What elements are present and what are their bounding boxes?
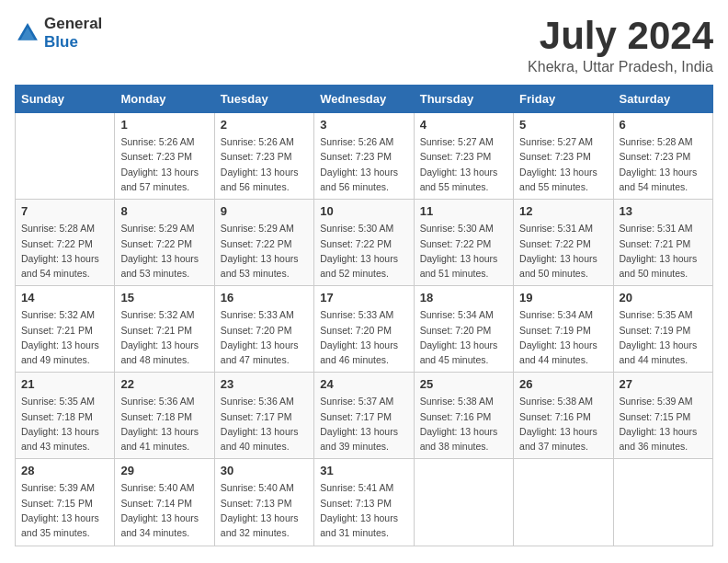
cell-detail: Sunrise: 5:28 AM Sunset: 7:22 PM Dayligh… [21,221,108,281]
calendar-cell: 16Sunrise: 5:33 AM Sunset: 7:20 PM Dayli… [214,286,313,373]
calendar-cell: 4Sunrise: 5:27 AM Sunset: 7:23 PM Daylig… [414,113,513,200]
calendar-cell: 30Sunrise: 5:40 AM Sunset: 7:13 PM Dayli… [214,459,313,546]
cell-detail: Sunrise: 5:37 AM Sunset: 7:17 PM Dayligh… [320,394,407,454]
cell-detail: Sunrise: 5:35 AM Sunset: 7:19 PM Dayligh… [620,307,707,367]
cell-detail: Sunrise: 5:26 AM Sunset: 7:23 PM Dayligh… [320,134,407,194]
logo: General Blue [15,15,102,52]
header: General Blue July 2024 Khekra, Uttar Pra… [15,15,713,75]
day-number: 24 [320,377,407,391]
calendar-table: SundayMondayTuesdayWednesdayThursdayFrid… [15,85,713,546]
calendar-cell: 17Sunrise: 5:33 AM Sunset: 7:20 PM Dayli… [314,286,414,373]
cell-detail: Sunrise: 5:31 AM Sunset: 7:21 PM Dayligh… [620,221,707,281]
weekday-header-tuesday: Tuesday [214,86,313,113]
calendar-cell: 29Sunrise: 5:40 AM Sunset: 7:14 PM Dayli… [115,459,214,546]
weekday-header-sunday: Sunday [16,86,115,113]
day-number: 3 [320,118,407,132]
calendar-cell: 15Sunrise: 5:32 AM Sunset: 7:21 PM Dayli… [115,286,214,373]
day-number: 29 [120,464,208,477]
cell-detail: Sunrise: 5:32 AM Sunset: 7:21 PM Dayligh… [120,307,208,367]
cell-detail: Sunrise: 5:38 AM Sunset: 7:16 PM Dayligh… [420,394,507,454]
day-number: 15 [120,291,208,304]
cell-detail: Sunrise: 5:29 AM Sunset: 7:22 PM Dayligh… [221,221,308,281]
day-number: 10 [320,204,407,218]
day-number: 20 [620,291,707,304]
calendar-cell: 2Sunrise: 5:26 AM Sunset: 7:23 PM Daylig… [214,113,313,200]
cell-detail: Sunrise: 5:27 AM Sunset: 7:23 PM Dayligh… [519,134,607,194]
calendar-cell [514,459,613,546]
calendar-cell: 8Sunrise: 5:29 AM Sunset: 7:22 PM Daylig… [115,200,214,286]
day-number: 16 [221,291,308,304]
calendar-cell [613,459,712,546]
cell-detail: Sunrise: 5:26 AM Sunset: 7:23 PM Dayligh… [221,134,308,194]
day-number: 9 [221,204,308,218]
weekday-header-saturday: Saturday [613,86,712,113]
cell-detail: Sunrise: 5:33 AM Sunset: 7:20 PM Dayligh… [221,307,308,367]
calendar-cell: 25Sunrise: 5:38 AM Sunset: 7:16 PM Dayli… [414,373,513,459]
calendar-cell: 13Sunrise: 5:31 AM Sunset: 7:21 PM Dayli… [613,200,712,286]
cell-detail: Sunrise: 5:30 AM Sunset: 7:22 PM Dayligh… [420,221,507,281]
cell-detail: Sunrise: 5:40 AM Sunset: 7:13 PM Dayligh… [221,480,308,540]
weekday-header-monday: Monday [115,86,214,113]
calendar-cell: 24Sunrise: 5:37 AM Sunset: 7:17 PM Dayli… [314,373,414,459]
cell-detail: Sunrise: 5:33 AM Sunset: 7:20 PM Dayligh… [320,307,407,367]
cell-detail: Sunrise: 5:41 AM Sunset: 7:13 PM Dayligh… [320,480,407,540]
weekday-header-thursday: Thursday [414,86,513,113]
main-title: July 2024 [528,15,713,57]
cell-detail: Sunrise: 5:29 AM Sunset: 7:22 PM Dayligh… [120,221,208,281]
day-number: 22 [120,377,208,391]
title-section: July 2024 Khekra, Uttar Pradesh, India [528,15,713,75]
cell-detail: Sunrise: 5:31 AM Sunset: 7:22 PM Dayligh… [519,221,607,281]
cell-detail: Sunrise: 5:39 AM Sunset: 7:15 PM Dayligh… [21,480,108,540]
day-number: 14 [21,291,108,304]
cell-detail: Sunrise: 5:36 AM Sunset: 7:18 PM Dayligh… [120,394,208,454]
day-number: 6 [620,118,707,132]
cell-detail: Sunrise: 5:30 AM Sunset: 7:22 PM Dayligh… [320,221,407,281]
day-number: 18 [420,291,507,304]
subtitle: Khekra, Uttar Pradesh, India [528,59,713,75]
calendar-cell: 7Sunrise: 5:28 AM Sunset: 7:22 PM Daylig… [16,200,115,286]
calendar-cell: 9Sunrise: 5:29 AM Sunset: 7:22 PM Daylig… [214,200,313,286]
calendar-cell: 22Sunrise: 5:36 AM Sunset: 7:18 PM Dayli… [115,373,214,459]
calendar-cell: 23Sunrise: 5:36 AM Sunset: 7:17 PM Dayli… [214,373,313,459]
day-number: 2 [221,118,308,132]
calendar-week-row: 21Sunrise: 5:35 AM Sunset: 7:18 PM Dayli… [16,373,713,459]
calendar-cell: 3Sunrise: 5:26 AM Sunset: 7:23 PM Daylig… [314,113,414,200]
weekday-header-row: SundayMondayTuesdayWednesdayThursdayFrid… [16,86,713,113]
cell-detail: Sunrise: 5:26 AM Sunset: 7:23 PM Dayligh… [120,134,208,194]
cell-detail: Sunrise: 5:36 AM Sunset: 7:17 PM Dayligh… [221,394,308,454]
calendar-cell: 18Sunrise: 5:34 AM Sunset: 7:20 PM Dayli… [414,286,513,373]
calendar-cell [16,113,115,200]
calendar-cell: 11Sunrise: 5:30 AM Sunset: 7:22 PM Dayli… [414,200,513,286]
day-number: 21 [21,377,108,391]
calendar-cell: 20Sunrise: 5:35 AM Sunset: 7:19 PM Dayli… [613,286,712,373]
weekday-header-friday: Friday [514,86,613,113]
logo-general: General [44,15,102,32]
calendar-cell: 10Sunrise: 5:30 AM Sunset: 7:22 PM Dayli… [314,200,414,286]
calendar-week-row: 1Sunrise: 5:26 AM Sunset: 7:23 PM Daylig… [16,113,713,200]
cell-detail: Sunrise: 5:40 AM Sunset: 7:14 PM Dayligh… [120,480,208,540]
logo-text: General Blue [44,15,102,52]
day-number: 8 [120,204,208,218]
calendar-cell: 31Sunrise: 5:41 AM Sunset: 7:13 PM Dayli… [314,459,414,546]
calendar-week-row: 7Sunrise: 5:28 AM Sunset: 7:22 PM Daylig… [16,200,713,286]
calendar-cell: 21Sunrise: 5:35 AM Sunset: 7:18 PM Dayli… [16,373,115,459]
calendar-cell: 19Sunrise: 5:34 AM Sunset: 7:19 PM Dayli… [514,286,613,373]
cell-detail: Sunrise: 5:39 AM Sunset: 7:15 PM Dayligh… [620,394,707,454]
day-number: 7 [21,204,108,218]
day-number: 28 [21,464,108,477]
calendar-cell: 28Sunrise: 5:39 AM Sunset: 7:15 PM Dayli… [16,459,115,546]
calendar-cell: 5Sunrise: 5:27 AM Sunset: 7:23 PM Daylig… [514,113,613,200]
day-number: 4 [420,118,507,132]
day-number: 26 [519,377,607,391]
logo-icon [15,20,40,46]
day-number: 27 [620,377,707,391]
cell-detail: Sunrise: 5:35 AM Sunset: 7:18 PM Dayligh… [21,394,108,454]
day-number: 19 [519,291,607,304]
day-number: 17 [320,291,407,304]
calendar-week-row: 28Sunrise: 5:39 AM Sunset: 7:15 PM Dayli… [16,459,713,546]
day-number: 31 [320,464,407,477]
cell-detail: Sunrise: 5:34 AM Sunset: 7:19 PM Dayligh… [519,307,607,367]
cell-detail: Sunrise: 5:38 AM Sunset: 7:16 PM Dayligh… [519,394,607,454]
day-number: 12 [519,204,607,218]
cell-detail: Sunrise: 5:34 AM Sunset: 7:20 PM Dayligh… [420,307,507,367]
